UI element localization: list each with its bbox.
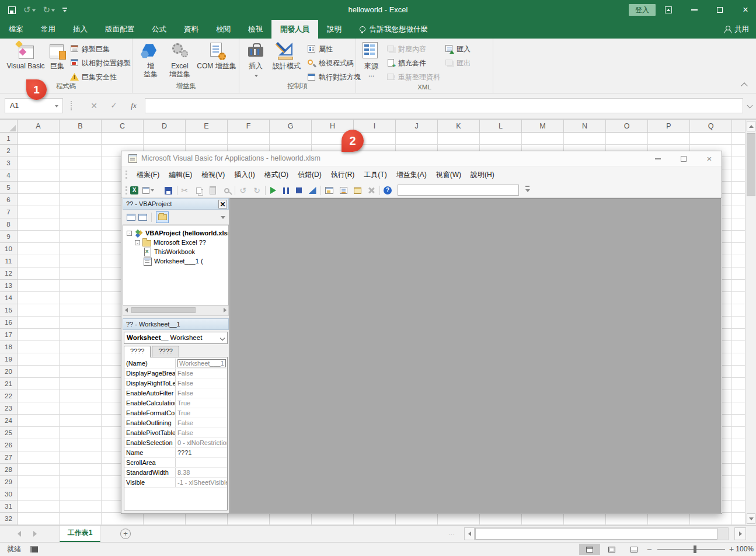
add-sheet-icon[interactable]: + <box>120 529 131 539</box>
project-explorer-caption[interactable]: ?? - VBAProject <box>123 198 229 210</box>
column-header-P[interactable]: P <box>648 120 690 132</box>
tab-版面配置[interactable]: 版面配置 <box>96 20 143 39</box>
object-dropdown-chevron-icon[interactable] <box>220 336 225 340</box>
formula-input[interactable] <box>145 98 743 113</box>
customize-qat-icon[interactable] <box>62 8 67 12</box>
row-header-3[interactable]: 3 <box>0 157 17 169</box>
visual-basic-button[interactable]: Visual Basic <box>5 40 47 82</box>
row-header-21[interactable]: 21 <box>0 378 17 390</box>
zoom-slider-thumb[interactable] <box>694 545 696 553</box>
row-header-28[interactable]: 28 <box>0 464 17 476</box>
row-header-24[interactable]: 24 <box>0 415 17 427</box>
property-value[interactable]: 8.38 <box>176 468 227 477</box>
property-value[interactable]: ???1 <box>176 448 227 457</box>
property-row[interactable]: Name???1 <box>124 448 227 458</box>
property-value[interactable]: False <box>176 369 227 378</box>
import-button[interactable]: 匯入 <box>445 43 471 55</box>
property-row[interactable]: EnablePivotTableFalse <box>124 428 227 438</box>
row-header-13[interactable]: 13 <box>0 280 17 292</box>
tree-expander-icon[interactable]: - <box>127 231 132 236</box>
com-addins-button[interactable]: COM 增益集 <box>196 40 237 82</box>
vba-save-icon[interactable] <box>162 185 174 196</box>
column-header-J[interactable]: J <box>396 120 438 132</box>
hscroll-left-icon[interactable] <box>464 527 475 540</box>
enter-icon[interactable]: ✓ <box>106 98 121 113</box>
name-box-dropdown-icon[interactable] <box>55 105 58 107</box>
property-row[interactable]: ScrollArea <box>124 458 227 468</box>
tab-說明[interactable]: 說明 <box>318 20 350 39</box>
share-button[interactable]: 共用 <box>724 20 749 39</box>
vba-menu-item[interactable]: 視窗(W) <box>431 166 466 183</box>
maximize-button[interactable] <box>715 5 724 15</box>
scroll-left-icon[interactable] <box>125 308 128 312</box>
project-tree-item[interactable]: Worksheet___1 ( <box>123 256 228 266</box>
run-dialog-button[interactable]: 執行對話方塊 <box>307 71 361 83</box>
tab-校閱[interactable]: 校閱 <box>207 20 239 39</box>
vba-menu-item[interactable]: 檢視(V) <box>197 166 229 183</box>
column-header-E[interactable]: E <box>186 120 228 132</box>
row-header-26[interactable]: 26 <box>0 439 17 451</box>
tab-檢視[interactable]: 檢視 <box>239 20 271 39</box>
row-header-8[interactable]: 8 <box>0 218 17 231</box>
property-value[interactable]: False <box>176 418 227 428</box>
scroll-right-icon[interactable] <box>224 308 227 312</box>
row-header-2[interactable]: 2 <box>0 145 17 157</box>
next-sheet-icon[interactable] <box>33 531 37 537</box>
ribbon-display-options-icon[interactable] <box>664 5 673 15</box>
vba-menu-item[interactable]: 增益集(A) <box>392 166 431 183</box>
vba-menu-item[interactable]: 格式(O) <box>260 166 293 183</box>
cancel-icon[interactable]: ✕ <box>86 98 102 113</box>
tree-expander-icon[interactable]: - <box>135 240 140 245</box>
property-row[interactable]: StandardWidth8.38 <box>124 468 227 478</box>
insert-function-icon[interactable]: fx <box>126 98 141 113</box>
page-break-view-button[interactable] <box>623 544 644 555</box>
macros-button[interactable]: 巨集 <box>47 40 68 82</box>
row-header-9[interactable]: 9 <box>0 231 17 243</box>
property-value[interactable]: 0 - xlNoRestrictions <box>176 438 227 447</box>
minimize-button[interactable] <box>689 5 699 15</box>
properties-caption[interactable]: ?? - Worksheet__1 <box>123 318 229 330</box>
property-row[interactable]: DisplayPageBreaksFalse <box>124 369 227 378</box>
insert-object-icon[interactable] <box>142 185 154 196</box>
toolbar-options-icon[interactable] <box>524 185 531 194</box>
property-row[interactable]: EnableSelection0 - xlNoRestrictions <box>124 438 227 448</box>
previous-sheet-icon[interactable] <box>18 531 21 537</box>
row-header-4[interactable]: 4 <box>0 169 17 182</box>
row-header-32[interactable]: 32 <box>0 513 17 525</box>
property-row[interactable]: Visible-1 - xlSheetVisible <box>124 478 227 488</box>
property-row[interactable]: EnableAutoFilterFalse <box>124 388 227 398</box>
row-header-30[interactable]: 30 <box>0 488 17 501</box>
view-code-icon[interactable] <box>127 214 135 221</box>
tab-資料[interactable]: 資料 <box>175 20 207 39</box>
column-header-O[interactable]: O <box>606 120 648 132</box>
property-row[interactable]: (Name)Worksheet___1 <box>124 359 227 369</box>
normal-view-button[interactable] <box>579 544 600 555</box>
tab-插入[interactable]: 插入 <box>64 20 96 39</box>
tab-常用[interactable]: 常用 <box>32 20 64 39</box>
tab-alphabetic[interactable]: ???? <box>124 346 151 357</box>
view-object-icon[interactable] <box>138 214 147 221</box>
zoom-slider-track[interactable] <box>657 549 725 550</box>
property-value[interactable]: Worksheet___1 <box>176 359 227 368</box>
vba-menu-item[interactable]: 編輯(E) <box>164 166 197 183</box>
row-header-16[interactable]: 16 <box>0 317 17 329</box>
column-header-D[interactable]: D <box>144 120 186 132</box>
row-header-20[interactable]: 20 <box>0 366 17 378</box>
expand-formula-bar-icon[interactable] <box>747 103 753 109</box>
hscroll-right-icon[interactable] <box>734 527 746 540</box>
property-value[interactable]: False <box>176 388 227 398</box>
column-header-F[interactable]: F <box>228 120 270 132</box>
horizontal-scroll-thumb[interactable] <box>475 528 717 540</box>
row-header-12[interactable]: 12 <box>0 267 17 280</box>
view-host-app-icon[interactable]: X <box>128 185 140 196</box>
scroll-up-icon[interactable] <box>747 121 755 131</box>
tab-開發人員[interactable]: 開發人員 <box>271 20 318 39</box>
column-header-B[interactable]: B <box>60 120 102 132</box>
break-icon[interactable] <box>280 185 292 196</box>
view-code-button[interactable]: 檢視程式碼 <box>307 57 354 69</box>
scroll-down-icon[interactable] <box>747 513 755 524</box>
toggle-folders-icon[interactable] <box>156 211 169 223</box>
property-row[interactable]: DisplayRightToLeftFalse <box>124 378 227 388</box>
insert-control-button[interactable]: 插入 <box>243 40 269 82</box>
reset-icon[interactable] <box>293 185 305 196</box>
